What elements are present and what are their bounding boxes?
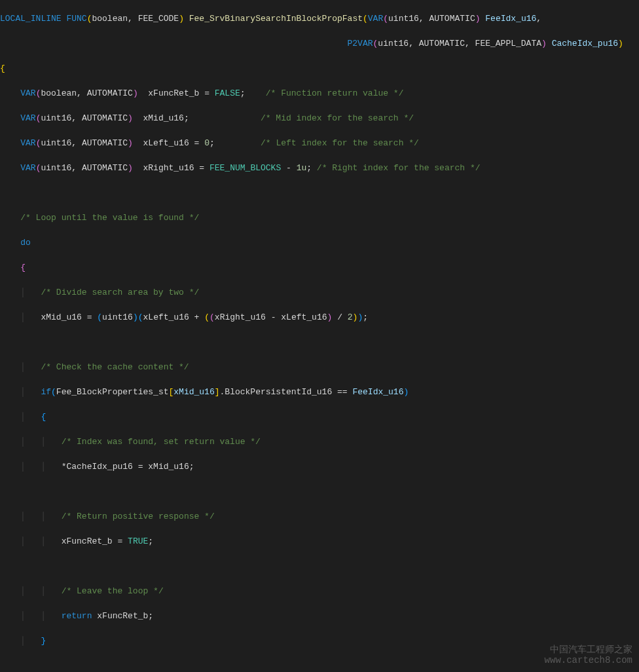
var-mid: xMid_u16 [143, 113, 184, 123]
code-line: /* Loop until the value is found */ [0, 212, 639, 224]
const-true: TRUE [128, 536, 148, 546]
code-line: │ { [0, 411, 639, 423]
param1: FeeIdx_u16 [485, 14, 536, 24]
kw-func: FUNC [66, 14, 86, 24]
code-line: │ │ *CacheIdx_pu16 = xMid_u16; [0, 460, 639, 473]
comment: /* Index was found, set return value */ [62, 437, 261, 447]
code-line [0, 336, 639, 348]
appl-data: FEE_APPL_DATA [475, 39, 541, 48]
code-line: │ xMid_u16 = (uint16)(xLeft_u16 + ((xRig… [0, 311, 639, 324]
code-line: VAR(uint16, AUTOMATIC) xLeft_u16 = 0; /*… [0, 137, 639, 149]
kw-macro: LOCAL_INLINE [0, 14, 62, 24]
code-line: VAR(uint16, AUTOMATIC) xRight_u16 = FEE_… [0, 162, 639, 174]
type-bool: boolean [92, 14, 128, 24]
comment: /* Function return value */ [266, 88, 404, 98]
var-left: xLeft_u16 [143, 138, 189, 148]
code-line: │ │ /* Leave the loop */ [0, 585, 639, 597]
code-line: │ if(Fee_BlockProperties_st[xMid_u16].Bl… [0, 386, 639, 398]
brace-open: { [0, 64, 5, 73]
code-line: VAR(uint16, AUTOMATIC) xMid_u16; /* Mid … [0, 112, 639, 124]
code-line: │ │ /* Index was found, set return value… [0, 436, 639, 448]
code-line [0, 187, 639, 199]
code-line: │ /* Check the cache content */ [0, 361, 639, 373]
code-line: │ │ xFuncRet_b = TRUE; [0, 535, 639, 548]
code-line: { [0, 62, 639, 75]
type-u16: uint16 [388, 14, 419, 24]
code-line: { [0, 261, 639, 274]
param2: CacheIdx_pu16 [552, 39, 618, 48]
var-funcret: xFuncRet_b [148, 88, 199, 98]
const-numblocks: FEE_NUM_BLOCKS [210, 163, 281, 173]
code-editor-content[interactable]: LOCAL_INLINE FUNC(boolean, FEE_CODE) Fee… [0, 0, 639, 672]
comment: /* Check the cache content */ [41, 362, 189, 372]
code-line [0, 660, 639, 672]
function-name: Fee_SrvBinarySearchInBlockPropFast [189, 14, 363, 24]
code-line: │ │ /* Return positive response */ [0, 510, 639, 523]
kw-if: if [41, 387, 51, 397]
comment: /* Left index for the search */ [261, 138, 419, 148]
code-line: │ │ return xFuncRet_b; [0, 610, 639, 622]
code-line: do [0, 236, 639, 249]
comment: /* Divide search area by two */ [41, 288, 199, 297]
code-line [0, 560, 639, 572]
kw-var: VAR [368, 14, 383, 24]
kw-p2var: P2VAR [348, 39, 373, 48]
storage: AUTOMATIC [429, 14, 475, 24]
comment: /* Mid index for the search */ [261, 113, 414, 123]
comment: /* Return positive response */ [62, 512, 215, 521]
code-line [0, 485, 639, 498]
code-line: P2VAR(uint16, AUTOMATIC, FEE_APPL_DATA) … [0, 37, 639, 50]
comment: /* Leave the loop */ [62, 586, 164, 596]
comment: /* Right index for the search */ [317, 163, 481, 173]
kw-do: do [20, 238, 31, 248]
kw-return: return [62, 611, 92, 621]
code-line: LOCAL_INLINE FUNC(boolean, FEE_CODE) Fee… [0, 12, 639, 25]
code-line: │ /* Divide search area by two */ [0, 286, 639, 299]
sect: FEE_CODE [138, 14, 179, 24]
comment: /* Loop until the value is found */ [20, 213, 199, 223]
code-line: │ } [0, 635, 639, 647]
var-right: xRight_u16 [143, 163, 194, 173]
code-line: VAR(boolean, AUTOMATIC) xFuncRet_b = FAL… [0, 87, 639, 100]
const-false: FALSE [215, 88, 240, 98]
